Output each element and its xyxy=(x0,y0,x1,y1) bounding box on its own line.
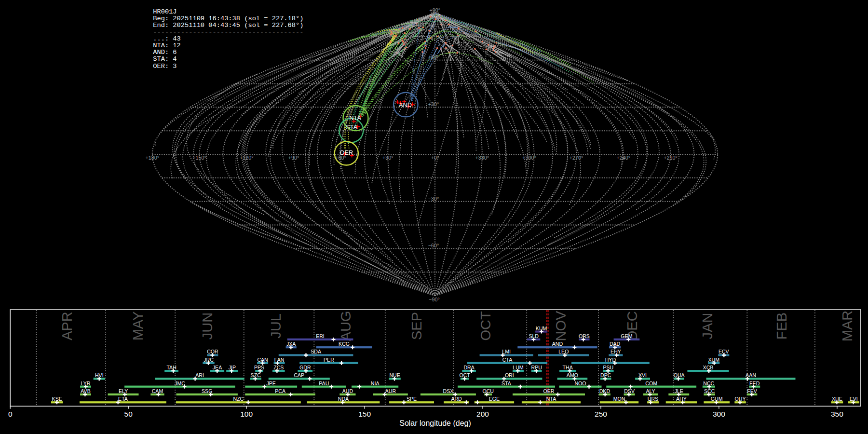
svg-text:AUD: AUD xyxy=(342,388,353,394)
svg-text:OCT: OCT xyxy=(478,311,493,341)
svg-text:+90°: +90° xyxy=(429,7,440,13)
svg-text:STA: STA xyxy=(502,380,512,386)
svg-text:NCC: NCC xyxy=(703,380,714,386)
svg-text:...: 43: ...: 43 xyxy=(153,35,181,42)
svg-text:SSG: SSG xyxy=(202,388,212,394)
svg-text:+60°: +60° xyxy=(428,54,439,60)
svg-text:CAP: CAP xyxy=(294,372,304,378)
svg-text:0: 0 xyxy=(8,410,13,418)
svg-text:DRA: DRA xyxy=(463,365,475,370)
svg-text:OER: OER xyxy=(543,388,555,394)
svg-text:AUR: AUR xyxy=(385,388,396,394)
svg-text:COM: COM xyxy=(645,380,657,386)
svg-text:−60°: −60° xyxy=(428,243,439,248)
svg-text:LEO: LEO xyxy=(558,349,569,354)
svg-text:URS: URS xyxy=(648,396,658,402)
svg-text:EHY: EHY xyxy=(610,349,621,354)
svg-text:JMC: JMC xyxy=(175,380,185,386)
svg-text:NDA: NDA xyxy=(338,396,349,402)
svg-text:THA: THA xyxy=(563,365,573,370)
svg-text:XCB: XCB xyxy=(703,365,714,370)
svg-text:RPU: RPU xyxy=(531,365,542,370)
svg-text:350: 350 xyxy=(831,410,843,418)
svg-text:SCC: SCC xyxy=(704,388,715,394)
svg-text:AVB: AVB xyxy=(81,388,90,394)
svg-text:NTA: NTA xyxy=(349,114,361,122)
svg-text:DPC: DPC xyxy=(600,372,611,378)
svg-text:OCT: OCT xyxy=(460,372,471,378)
svg-text:AMO: AMO xyxy=(567,372,578,378)
svg-text:FED: FED xyxy=(749,380,760,386)
svg-text:ERI: ERI xyxy=(316,333,325,339)
svg-text:LYR: LYR xyxy=(81,380,91,386)
svg-text:ORI: ORI xyxy=(505,372,514,378)
svg-text:AND: 6: AND: 6 xyxy=(153,49,176,56)
svg-text:DKD: DKD xyxy=(599,388,610,394)
svg-text:+180°: +180° xyxy=(145,155,159,161)
svg-text:APR: APR xyxy=(59,312,75,340)
svg-text:End: 20251110 04:43:45 (sol =: End: 20251110 04:43:45 (sol = 227.68°) xyxy=(153,22,303,29)
svg-text:FEV: FEV xyxy=(747,388,758,394)
svg-text:JRC: JRC xyxy=(203,357,214,363)
svg-text:50: 50 xyxy=(124,410,133,418)
svg-text:NIA: NIA xyxy=(371,380,380,386)
svg-text:CAM: CAM xyxy=(152,388,163,394)
svg-text:JXA: JXA xyxy=(286,341,296,347)
svg-text:DSX: DSX xyxy=(443,388,454,394)
svg-text:JLE: JLE xyxy=(675,388,683,394)
svg-text:NOV: NOV xyxy=(553,311,569,341)
svg-text:HR001J: HR001J xyxy=(153,8,176,15)
svg-text:300: 300 xyxy=(713,410,725,418)
svg-text:+300°: +300° xyxy=(522,155,536,161)
svg-text:DSV: DSV xyxy=(624,388,635,394)
svg-text:JEA: JEA xyxy=(213,365,222,370)
svg-text:PAU: PAU xyxy=(319,380,329,386)
svg-text:DAD: DAD xyxy=(610,341,621,347)
svg-text:PER: PER xyxy=(324,357,334,363)
svg-text:AHY: AHY xyxy=(676,396,687,402)
svg-text:MAY: MAY xyxy=(130,312,146,341)
svg-text:+330°: +330° xyxy=(475,155,489,161)
svg-text:AUG: AUG xyxy=(338,311,353,341)
svg-text:XVI: XVI xyxy=(638,372,647,378)
svg-text:SEP: SEP xyxy=(409,312,424,340)
svg-text:NOO: NOO xyxy=(574,380,586,386)
svg-text:OER: 3: OER: 3 xyxy=(153,63,176,70)
svg-text:CTA: CTA xyxy=(502,357,513,363)
svg-text:+30°: +30° xyxy=(382,155,393,161)
svg-text:ARD: ARD xyxy=(451,396,462,402)
svg-text:KCG: KCG xyxy=(339,341,350,347)
svg-text:+240°: +240° xyxy=(616,155,630,161)
svg-text:COR: COR xyxy=(207,349,218,354)
svg-text:200: 200 xyxy=(476,410,489,418)
svg-text:GUM: GUM xyxy=(711,396,723,402)
svg-text:Solar longitude (deg): Solar longitude (deg) xyxy=(399,419,471,427)
svg-text:+0°: +0° xyxy=(431,155,439,161)
svg-text:+30°: +30° xyxy=(428,101,439,107)
svg-text:TAH: TAH xyxy=(166,365,176,370)
svg-text:SDA: SDA xyxy=(311,349,322,354)
svg-text:Beg: 20251109 16:43:38 (sol =: Beg: 20251109 16:43:38 (sol = 227.18°) xyxy=(153,15,303,22)
svg-text:150: 150 xyxy=(358,410,371,418)
svg-text:------------------------------: -------------------------------------- xyxy=(153,28,303,36)
svg-text:JAN: JAN xyxy=(700,313,715,339)
svg-text:AND: AND xyxy=(399,101,412,108)
svg-text:HYD: HYD xyxy=(605,357,616,363)
svg-text:+60°: +60° xyxy=(335,155,346,161)
svg-text:GDR: GDR xyxy=(299,365,311,370)
svg-text:NTA: NTA xyxy=(546,396,556,402)
svg-text:JPE: JPE xyxy=(266,380,275,386)
svg-text:NZC: NZC xyxy=(233,396,244,402)
svg-text:EGE: EGE xyxy=(489,396,500,402)
svg-text:AND: AND xyxy=(552,341,563,347)
svg-text:JUN: JUN xyxy=(200,312,215,339)
svg-text:STA: 4: STA: 4 xyxy=(153,55,176,63)
svg-text:XUM: XUM xyxy=(708,357,719,363)
svg-text:SLD: SLD xyxy=(529,333,539,339)
svg-text:QUA: QUA xyxy=(674,372,685,378)
svg-text:100: 100 xyxy=(240,410,253,418)
svg-text:+210°: +210° xyxy=(664,155,678,161)
svg-text:SZC: SZC xyxy=(251,372,261,378)
svg-text:MON: MON xyxy=(613,396,625,402)
svg-text:EVI: EVI xyxy=(850,396,858,402)
